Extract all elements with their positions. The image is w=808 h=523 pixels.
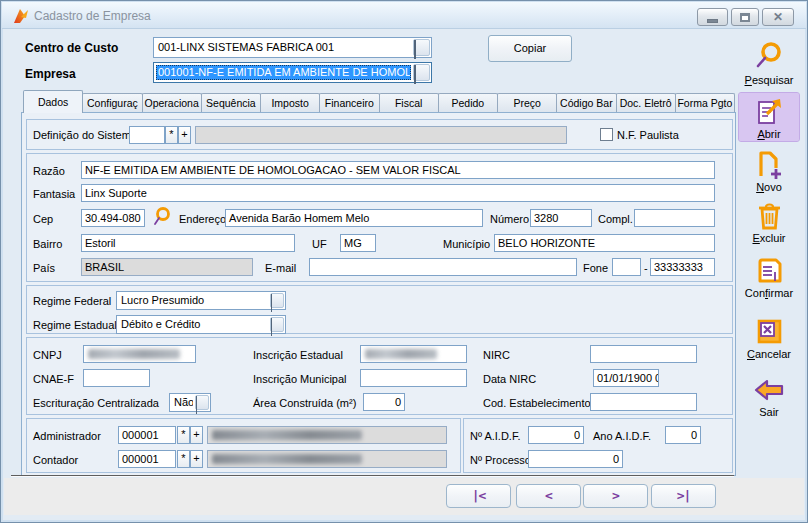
nav-first-button[interactable]: |<	[446, 484, 511, 508]
definicao-label: Definição do Sistema	[33, 129, 137, 141]
cep-field[interactable]: 30.494-080	[81, 209, 145, 227]
new-icon	[739, 148, 799, 180]
email-field[interactable]	[309, 258, 577, 276]
dados-tab-panel: Definição do Sistema * + N.F. Paulista R…	[21, 112, 736, 476]
add-plus-button[interactable]: +	[190, 426, 203, 444]
nav-next-button[interactable]: >	[583, 484, 648, 508]
tab-doc-eletr-[interactable]: Doc. Eletrô	[616, 93, 676, 112]
exit-icon	[739, 377, 799, 405]
empresa-combobox[interactable]: 001001-NF-E EMITIDA EM AMBIENTE DE HOMOL…	[153, 62, 432, 83]
uf-field[interactable]: MG	[340, 234, 376, 252]
lookup-asterisk-button[interactable]: *	[165, 126, 178, 144]
fone-field[interactable]: 33333333	[650, 258, 715, 276]
administrador-label: Administrador	[33, 430, 101, 442]
chevron-down-icon[interactable]	[195, 395, 209, 410]
endereco-field[interactable]: Avenida Barão Homem Melo	[225, 209, 483, 227]
divider	[11, 475, 734, 477]
compl-label: Compl.	[598, 213, 633, 225]
definicao-code-field[interactable]	[129, 126, 165, 144]
cep-search-icon[interactable]	[151, 206, 173, 232]
area-construida-field[interactable]: 0	[363, 393, 405, 411]
lookup-asterisk-button[interactable]: *	[177, 450, 190, 468]
sidebar-item-abrir[interactable]: Abrir	[739, 93, 799, 141]
nav-prev-button[interactable]: <	[516, 484, 581, 508]
empresa-label: Empresa	[25, 67, 76, 81]
razao-field[interactable]: NF-E EMITIDA EM AMBIENTE DE HOMOLOGACAO …	[81, 161, 715, 179]
bairro-field[interactable]: Estoril	[81, 234, 295, 252]
sidebar-item-novo[interactable]: Novo	[739, 144, 799, 194]
sidebar-item-excluir[interactable]: Excluir	[739, 195, 799, 243]
tab-pre-o[interactable]: Preço	[497, 93, 557, 112]
sidebar-item-pesquisar[interactable]: Pesquisar	[739, 37, 799, 92]
tab-configura-[interactable]: Configuraç	[82, 93, 142, 112]
contador-code-field[interactable]: 000001	[118, 450, 176, 468]
responsaveis-group: Administrador 000001 * + Contador 000001…	[26, 418, 461, 473]
tab-operaciona[interactable]: Operaciona	[142, 93, 202, 112]
cnae-field[interactable]	[83, 369, 150, 387]
nf-paulista-checkbox[interactable]	[600, 128, 613, 141]
ano-aidf-field[interactable]: 0	[665, 426, 701, 444]
restore-button[interactable]	[731, 8, 759, 26]
cod-estabelecimento-field[interactable]	[590, 393, 697, 411]
address-group: Razão NF-E EMITIDA EM AMBIENTE DE HOMOLO…	[26, 153, 733, 282]
n-aidf-label: Nº A.I.D.F.	[470, 430, 520, 442]
insc-estadual-field[interactable]	[360, 345, 467, 363]
sidebar-item-label: Cancelar	[739, 348, 799, 360]
tab-forma-pgto[interactable]: Forma Pgto	[675, 93, 735, 112]
app-window: Cadastro de Empresa ✕ Centro de Custo 00…	[0, 0, 808, 523]
cnpj-field[interactable]	[83, 345, 196, 363]
endereco-label: Endereço	[179, 213, 226, 225]
chevron-down-icon[interactable]	[270, 317, 284, 332]
n-processo-field[interactable]: 0	[528, 450, 623, 468]
sidebar-item-sair[interactable]: Sair	[739, 373, 799, 425]
administrador-name-field	[207, 426, 447, 444]
insc-municipal-field[interactable]	[360, 369, 467, 387]
administrador-code-field[interactable]: 000001	[118, 426, 176, 444]
nav-last-button[interactable]: >|	[651, 484, 716, 508]
tab-imposto[interactable]: Imposto	[260, 93, 320, 112]
regime-estadual-combobox[interactable]: Débito e Crédito	[116, 315, 286, 334]
regime-federal-value: Lucro Presumido	[119, 293, 268, 308]
tab-fiscal[interactable]: Fiscal	[379, 93, 439, 112]
fone-separator: -	[644, 262, 648, 274]
compl-field[interactable]	[634, 209, 715, 227]
fantasia-field[interactable]: Linx Suporte	[81, 184, 715, 202]
centro-custo-combobox[interactable]: 001-LINX SISTEMAS FABRICA 001	[153, 37, 432, 58]
tab-financeiro[interactable]: Financeiro	[319, 93, 379, 112]
sidebar-item-cancelar[interactable]: Cancelar	[739, 311, 799, 366]
insc-municipal-label: Inscrição Municipal	[253, 373, 347, 385]
data-nirc-field[interactable]: 01/01/1900 0	[593, 369, 659, 387]
tab-c-digo-bar[interactable]: Código Bar	[556, 93, 616, 112]
minimize-button[interactable]	[697, 8, 728, 26]
copiar-button[interactable]: Copiar	[488, 35, 572, 62]
municipio-field[interactable]: BELO HORIZONTE	[494, 234, 715, 252]
regime-federal-combobox[interactable]: Lucro Presumido	[116, 291, 286, 310]
sidebar-item-label: Novo	[739, 181, 799, 193]
tab-pedido[interactable]: Pedido	[438, 93, 498, 112]
chevron-down-icon[interactable]	[413, 64, 430, 81]
fone-ddd-field[interactable]	[612, 258, 641, 276]
sidebar-item-confirmar[interactable]: Confirmar	[739, 250, 799, 304]
cnae-label: CNAE-F	[33, 373, 74, 385]
uf-label: UF	[312, 238, 327, 250]
n-aidf-field[interactable]: 0	[528, 426, 584, 444]
lookup-asterisk-button[interactable]: *	[177, 426, 190, 444]
nirc-field[interactable]	[590, 345, 697, 363]
close-button[interactable]: ✕	[762, 8, 794, 26]
add-plus-button[interactable]: +	[190, 450, 203, 468]
escrituracao-combobox[interactable]: Não	[169, 393, 211, 412]
email-label: E-mail	[265, 262, 296, 274]
numero-field[interactable]: 3280	[530, 209, 592, 227]
n-processo-label: Nº Processo	[470, 454, 531, 466]
nf-paulista-label: N.F. Paulista	[617, 129, 679, 141]
cnpj-label: CNPJ	[33, 349, 62, 361]
chevron-down-icon[interactable]	[270, 293, 284, 308]
add-plus-button[interactable]: +	[178, 126, 191, 144]
delete-icon	[739, 199, 799, 231]
chevron-down-icon[interactable]	[413, 39, 430, 56]
tab-dados[interactable]: Dados	[23, 90, 83, 113]
sidebar-item-label: Sair	[739, 406, 799, 418]
tab-sequ-ncia[interactable]: Sequência	[201, 93, 261, 112]
tab-strip: DadosConfiguraçOperacionaSequênciaImpost…	[23, 89, 734, 112]
ano-aidf-label: Ano A.I.D.F.	[593, 430, 651, 442]
